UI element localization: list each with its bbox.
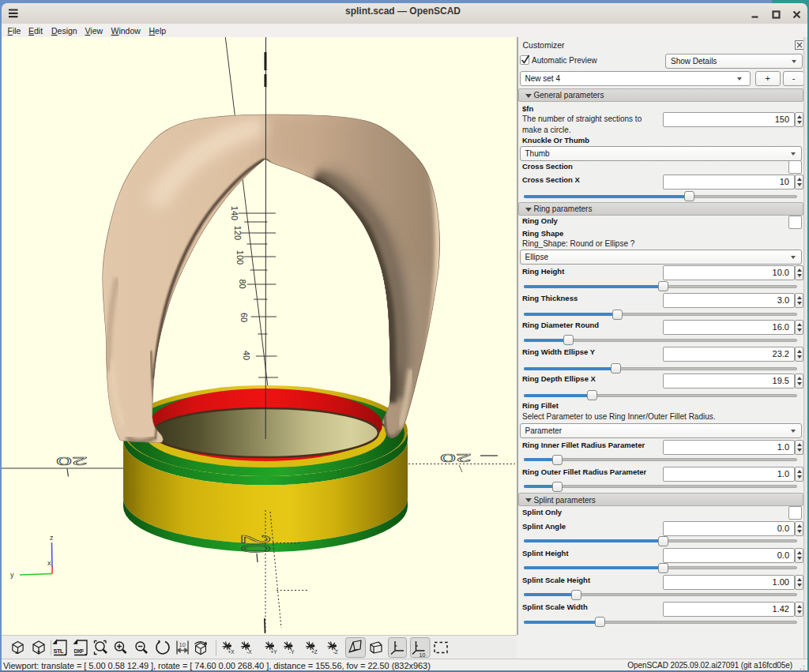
svg-text:x: x — [47, 559, 51, 567]
svg-text:10: 10 — [420, 652, 426, 658]
svg-text:»: » — [15, 649, 19, 656]
svg-text:+X: +X — [228, 649, 235, 655]
svg-text:-X: -X — [246, 649, 252, 655]
svg-text:10: 10 — [179, 641, 186, 648]
svg-text:100: 100 — [235, 250, 245, 265]
svg-text:y: y — [10, 571, 14, 579]
svg-text:-Z: -Z — [333, 649, 338, 655]
svg-text:STL: STL — [54, 648, 65, 655]
svg-text:40: 40 — [242, 351, 251, 360]
svg-text:+Y: +Y — [271, 649, 278, 655]
svg-text:60: 60 — [239, 313, 249, 322]
svg-text:+Z: +Z — [311, 649, 318, 655]
svg-text:20: 20 — [440, 451, 472, 464]
svg-text:z: z — [50, 534, 54, 542]
svg-text:120: 120 — [233, 226, 243, 240]
svg-text:20: 20 — [234, 535, 278, 553]
svg-text:140: 140 — [230, 206, 239, 220]
svg-text:-Y: -Y — [289, 649, 295, 655]
svg-text:80: 80 — [238, 279, 247, 288]
svg-text:DXF: DXF — [74, 648, 85, 654]
svg-text:20: 20 — [56, 454, 88, 467]
